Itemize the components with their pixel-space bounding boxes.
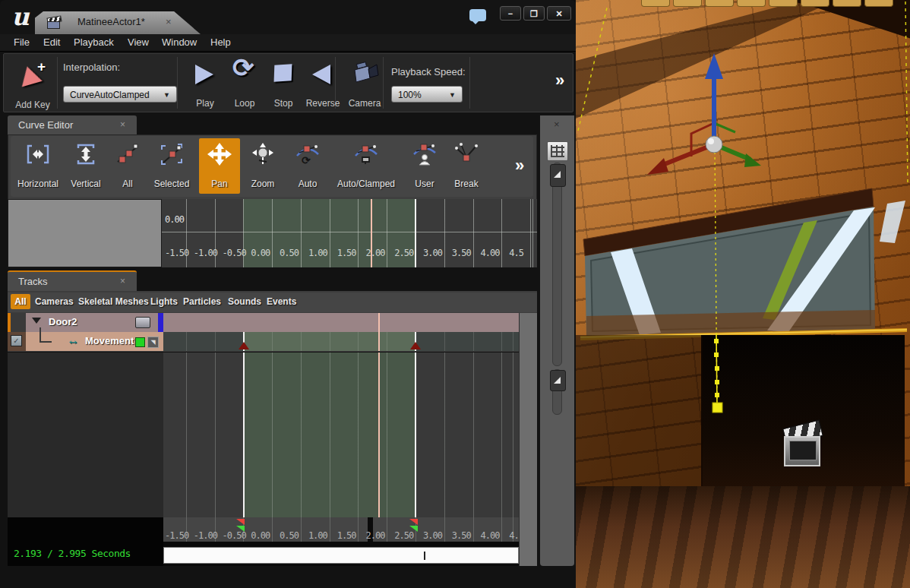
tracks-vertical-scrollbar[interactable] — [519, 313, 537, 566]
viewport-tool-button[interactable] — [641, 0, 670, 7]
timeline-playhead[interactable] — [378, 313, 380, 332]
track-timeline[interactable] — [163, 332, 519, 351]
tab-close-icon[interactable]: × — [166, 16, 172, 27]
translate-gizmo[interactable] — [647, 53, 761, 175]
3d-viewport[interactable] — [576, 0, 910, 588]
menu-edit[interactable]: Edit — [43, 36, 60, 48]
curve-tool-auto[interactable]: ⟳ Auto — [289, 138, 327, 194]
loop-label: Loop — [226, 98, 264, 109]
curve-toolbar-overflow[interactable]: » — [515, 156, 524, 175]
document-tab[interactable]: MatineeActor1* × — [35, 11, 201, 34]
viewport-tool-button[interactable] — [833, 0, 861, 7]
curve-zoom-slider-track[interactable] — [552, 163, 562, 366]
track-name: Movement — [85, 335, 134, 346]
close-icon[interactable]: × — [120, 276, 125, 286]
track-external-icon[interactable]: ◥ — [147, 337, 159, 348]
title-bar[interactable]: u MatineeActor1* × − ❐ ✕ — [0, 0, 576, 34]
track-gridlines — [163, 332, 519, 351]
group-row-door2[interactable]: Door2 — [8, 313, 537, 332]
minimize-button[interactable]: − — [500, 6, 521, 21]
curve-tool-auto-clamped[interactable]: Auto/Clamped — [328, 138, 404, 194]
horizontal-scrollbar[interactable] — [163, 547, 519, 564]
close-button[interactable]: ✕ — [547, 6, 571, 21]
dock-close-icon[interactable]: × — [554, 119, 560, 130]
playback-speed-label: Playback Speed: — [391, 66, 466, 77]
close-icon[interactable]: × — [120, 119, 125, 130]
curve-label-pane — [8, 199, 162, 267]
tab-tracks[interactable]: Tracks × — [8, 270, 137, 291]
playback-speed-dropdown[interactable]: 100% ▼ — [391, 86, 463, 103]
stop-button[interactable]: Stop — [265, 58, 302, 109]
menu-help[interactable]: Help — [210, 36, 231, 48]
add-key-button[interactable]: + Add Key — [10, 60, 55, 109]
camera-path[interactable] — [713, 152, 722, 413]
maximize-button[interactable]: ❐ — [523, 6, 545, 21]
track-active-led[interactable] — [135, 337, 145, 347]
track-list-empty-area — [8, 352, 163, 518]
filter-tab-sounds[interactable]: Sounds — [228, 296, 261, 307]
tangent-break-icon — [453, 142, 479, 166]
curve-editor-toolbar: Horizontal Vertical All — [11, 136, 533, 197]
viewport-tool-button[interactable] — [769, 0, 798, 7]
group-color-strip — [158, 313, 163, 332]
filter-tab-events[interactable]: Events — [267, 296, 296, 307]
curve-graph[interactable]: 0.00 — [162, 199, 537, 267]
gizmo-center-sphere[interactable] — [706, 136, 722, 153]
play-button[interactable]: Play — [186, 58, 224, 109]
curve-playhead[interactable] — [371, 199, 372, 267]
feedback-bubble-icon[interactable] — [469, 9, 486, 21]
track-enable-checkbox[interactable]: ✓ — [11, 335, 22, 346]
track-checkbox-cell: ✓ — [8, 332, 26, 351]
track-label-cell[interactable]: ↔ Movement ◥ — [26, 332, 163, 351]
timeline-playhead[interactable] — [378, 352, 380, 518]
menu-view[interactable]: View — [128, 36, 149, 48]
path-endpoint[interactable] — [713, 403, 722, 413]
matinee-actor-sprite[interactable] — [782, 422, 820, 476]
timeline-ruler[interactable] — [163, 517, 519, 542]
filter-tab-cameras[interactable]: Cameras — [35, 296, 74, 307]
curve-tool-break[interactable]: Break — [445, 138, 488, 194]
keyframe-marker[interactable] — [239, 342, 249, 349]
keyframe-marker[interactable] — [410, 342, 421, 349]
loop-button[interactable]: ⟳ Loop — [226, 58, 264, 109]
menu-file[interactable]: File — [14, 36, 30, 48]
curve-tool-vertical[interactable]: Vertical — [64, 138, 108, 194]
group-timeline[interactable] — [163, 313, 519, 332]
vertical-fit-icon — [73, 142, 99, 166]
collapse-arrow-icon[interactable] — [32, 318, 41, 324]
interpolation-dropdown[interactable]: CurveAutoClamped ▼ — [63, 86, 177, 103]
filter-tab-all[interactable]: All — [11, 294, 30, 309]
curve-tool-user[interactable]: User — [406, 138, 444, 194]
curve-tool-all[interactable]: All — [109, 138, 146, 194]
curve-tool-zoom[interactable]: Zoom — [242, 138, 284, 194]
curve-section-end-line — [415, 199, 416, 267]
scrollbar-gutter — [163, 542, 519, 566]
tracks-zoom-slider-handle[interactable] — [550, 370, 566, 391]
curve-tool-pan[interactable]: Pan — [199, 138, 240, 194]
menu-playback[interactable]: Playback — [74, 36, 114, 48]
track-row-movement[interactable]: ✓ ↔ Movement ◥ — [8, 332, 537, 351]
viewport-tool-button[interactable] — [801, 0, 829, 7]
tab-curve-editor[interactable]: Curve Editor × — [8, 115, 137, 134]
curve-tool-horizontal[interactable]: Horizontal — [14, 138, 62, 194]
curve-gridlines — [162, 199, 537, 267]
timeline-workspace[interactable] — [163, 352, 519, 518]
curve-zoom-slider-handle[interactable] — [550, 164, 566, 187]
timeline-playhead[interactable] — [378, 332, 380, 351]
viewport-tool-button[interactable] — [737, 0, 766, 7]
viewport-tool-button[interactable] — [705, 0, 734, 7]
camera-button[interactable]: Camera — [344, 58, 385, 109]
curve-tool-selected[interactable]: Selected — [147, 138, 196, 194]
viewport-tool-button[interactable] — [864, 0, 893, 7]
filter-tab-particles[interactable]: Particles — [183, 296, 221, 307]
menu-window[interactable]: Window — [162, 36, 197, 48]
properties-grid-button[interactable] — [547, 141, 568, 161]
selection-outline-left — [578, 5, 608, 131]
viewport-tool-button[interactable] — [673, 0, 702, 7]
group-folder-icon[interactable] — [135, 317, 150, 328]
filter-tab-skeletal-meshes[interactable]: Skeletal Meshes — [78, 296, 149, 307]
reverse-button[interactable]: Reverse — [302, 58, 344, 109]
filter-tab-lights[interactable]: Lights — [150, 296, 178, 307]
ruler-playhead-bar[interactable] — [368, 517, 373, 542]
toolbar-overflow-button[interactable]: » — [555, 71, 564, 90]
